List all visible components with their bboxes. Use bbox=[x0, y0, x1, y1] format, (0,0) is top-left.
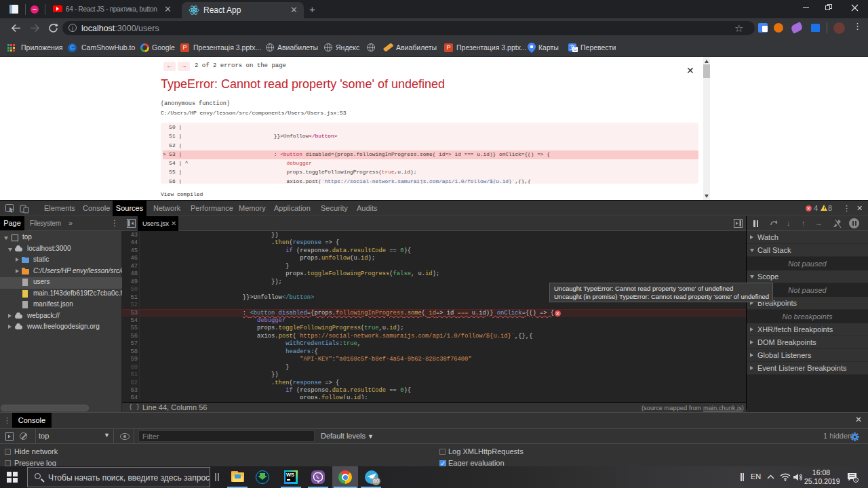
svg-text:1: 1 bbox=[854, 478, 856, 482]
